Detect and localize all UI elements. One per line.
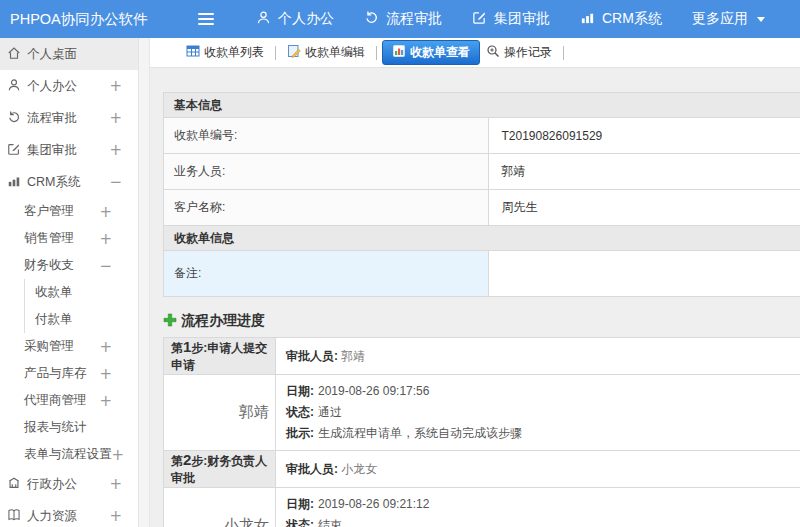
- history-icon: [364, 10, 379, 28]
- user-icon: [7, 78, 27, 95]
- tab-separator: [563, 46, 564, 60]
- expand-icon[interactable]: +: [109, 141, 122, 159]
- field-value-salesperson: 郭靖: [488, 154, 800, 190]
- step-detail-row: 小龙女 日期:2019-08-26 09:21:12 状态:结束 批示:通过: [164, 488, 800, 527]
- building-icon: [7, 476, 27, 493]
- tab-operation-log[interactable]: 操作记录: [480, 41, 558, 64]
- sidebar-item-human-resources[interactable]: 人力资源 +: [0, 500, 138, 527]
- nav-workflow-approval[interactable]: 流程审批: [364, 10, 442, 28]
- step-approver: 审批人员: 小龙女: [276, 451, 800, 488]
- content-panel: 基本信息 收款单编号: T20190826091529 业务人员: 郭靖 客户名…: [150, 68, 800, 527]
- tab-receipt-edit[interactable]: 收款单编辑: [281, 41, 371, 64]
- nav-label: 流程审批: [386, 10, 442, 28]
- sidebar-item-group-approval[interactable]: 集团审批 +: [0, 134, 138, 166]
- field-label-customer-name: 客户名称:: [164, 190, 489, 226]
- chart-page-icon: [392, 44, 406, 61]
- plus-icon: [163, 313, 177, 330]
- sidebar-item-workflow-approval[interactable]: 流程审批 +: [0, 102, 138, 134]
- table-row: 客户名称: 周先生: [164, 190, 800, 226]
- table-icon: [186, 44, 200, 61]
- sidebar-item-product-inventory[interactable]: 产品与库存 +: [0, 360, 138, 387]
- sidebar-item-personal-desktop[interactable]: 个人桌面: [0, 38, 138, 70]
- receipt-detail-table: 基本信息 收款单编号: T20190826091529 业务人员: 郭靖 客户名…: [163, 92, 800, 297]
- sidebar-item-finance-io[interactable]: 财务收支 −: [0, 252, 138, 279]
- sidebar-item-payment-order[interactable]: 付款单: [25, 306, 138, 333]
- tab-separator: [376, 46, 377, 60]
- sidebar-scrollbar[interactable]: [139, 38, 150, 527]
- tab-separator: [275, 46, 276, 60]
- user-icon: [256, 10, 271, 28]
- approver-name: 小龙女: [164, 488, 276, 527]
- workflow-progress-table: 第1步:申请人提交申请 审批人员: 郭靖 郭靖 日期:2019-08-26 09…: [163, 337, 800, 527]
- approver-name: 郭靖: [164, 375, 276, 451]
- sidebar-item-personal-office[interactable]: 个人办公 +: [0, 70, 138, 102]
- nav-label: 集团审批: [494, 10, 550, 28]
- step-title: 第1步:申请人提交申请: [164, 338, 276, 375]
- expand-icon[interactable]: +: [99, 365, 112, 383]
- tab-receipt-list[interactable]: 收款单列表: [180, 41, 270, 64]
- sidebar-item-sales-mgmt[interactable]: 销售管理 +: [0, 225, 138, 252]
- step-title: 第2步:财务负责人审批: [164, 451, 276, 488]
- step-detail-row: 郭靖 日期:2019-08-26 09:17:56 状态:通过 批示:生成流程申…: [164, 375, 800, 451]
- history-icon: [7, 110, 27, 127]
- book-icon: [7, 508, 27, 525]
- table-row: 收款单编号: T20190826091529: [164, 118, 800, 154]
- step-detail: 日期:2019-08-26 09:17:56 状态:通过 批示:生成流程申请单，…: [276, 375, 800, 451]
- collapse-icon[interactable]: −: [99, 257, 112, 275]
- nav-more-apps[interactable]: 更多应用: [692, 10, 765, 28]
- expand-icon[interactable]: +: [109, 77, 122, 95]
- sidebar-item-receipt-order[interactable]: 收款单: [25, 279, 138, 306]
- step-approver: 审批人员: 郭靖: [276, 338, 800, 375]
- menu-toggle-icon[interactable]: [198, 13, 214, 25]
- step-date: 日期:2019-08-26 09:17:56: [286, 381, 800, 402]
- nav-label: CRM系统: [602, 10, 662, 28]
- sidebar-item-customer-mgmt[interactable]: 客户管理 +: [0, 198, 138, 225]
- nav-personal-office[interactable]: 个人办公: [256, 10, 334, 28]
- table-row: 备注:: [164, 251, 800, 297]
- expand-icon[interactable]: +: [109, 507, 122, 525]
- expand-icon[interactable]: +: [99, 338, 112, 356]
- edit-square-icon: [472, 10, 487, 28]
- section-header-basic-info: 基本信息: [164, 93, 800, 118]
- step-status: 状态:结束: [286, 515, 800, 527]
- bar-chart-icon: [580, 10, 595, 28]
- field-value-remark: [488, 251, 800, 297]
- section-header-receipt-info: 收款单信息: [164, 226, 800, 251]
- sidebar-item-agent-mgmt[interactable]: 代理商管理 +: [0, 387, 138, 414]
- zoom-search-icon: [486, 44, 500, 61]
- progress-section-title: 流程办理进度: [163, 311, 800, 331]
- field-label-salesperson: 业务人员:: [164, 154, 489, 190]
- app-logo: PHPOA协同办公软件: [0, 10, 150, 29]
- tab-receipt-view[interactable]: 收款单查看: [382, 40, 480, 65]
- field-label-remark: 备注:: [164, 251, 489, 297]
- sidebar: 个人桌面 个人办公 + 流程审批 + 集团审批 + CRM系统 − 客户管理 +: [0, 38, 139, 527]
- step-date: 日期:2019-08-26 09:21:12: [286, 494, 800, 515]
- edit-page-icon: [287, 44, 301, 61]
- field-label-receipt-no: 收款单编号:: [164, 118, 489, 154]
- topbar: PHPOA协同办公软件 个人办公 流程审批 集团审批 CRM系统 更多应用: [0, 0, 800, 38]
- expand-icon[interactable]: +: [109, 109, 122, 127]
- step-status: 状态:通过: [286, 402, 800, 423]
- nav-group-approval[interactable]: 集团审批: [472, 10, 550, 28]
- expand-icon[interactable]: +: [99, 230, 112, 248]
- expand-icon[interactable]: +: [99, 392, 112, 410]
- collapse-icon[interactable]: −: [109, 173, 122, 191]
- tab-strip: 收款单列表 收款单编辑 收款单查看 操作记录: [150, 38, 800, 68]
- expand-icon[interactable]: +: [112, 446, 125, 464]
- step-detail: 日期:2019-08-26 09:21:12 状态:结束 批示:通过: [276, 488, 800, 527]
- nav-crm-system[interactable]: CRM系统: [580, 10, 662, 28]
- edit-square-icon: [7, 142, 27, 159]
- chevron-down-icon: [757, 17, 765, 22]
- step-remark: 批示:生成流程申请单，系统自动完成该步骤: [286, 423, 800, 444]
- sidebar-item-purchase-mgmt[interactable]: 采购管理 +: [0, 333, 138, 360]
- field-value-customer-name: 周先生: [488, 190, 800, 226]
- expand-icon[interactable]: +: [99, 203, 112, 221]
- main-area: 收款单列表 收款单编辑 收款单查看 操作记录 基本信息: [150, 38, 800, 527]
- table-row: 业务人员: 郭靖: [164, 154, 800, 190]
- sidebar-item-form-flow-settings[interactable]: 表单与流程设置 +: [0, 441, 138, 468]
- sidebar-item-reports-stats[interactable]: 报表与统计: [0, 414, 138, 441]
- nav-label: 更多应用: [692, 10, 748, 28]
- sidebar-item-crm-system[interactable]: CRM系统 −: [0, 166, 138, 198]
- sidebar-item-admin-office[interactable]: 行政办公 +: [0, 468, 138, 500]
- expand-icon[interactable]: +: [109, 475, 122, 493]
